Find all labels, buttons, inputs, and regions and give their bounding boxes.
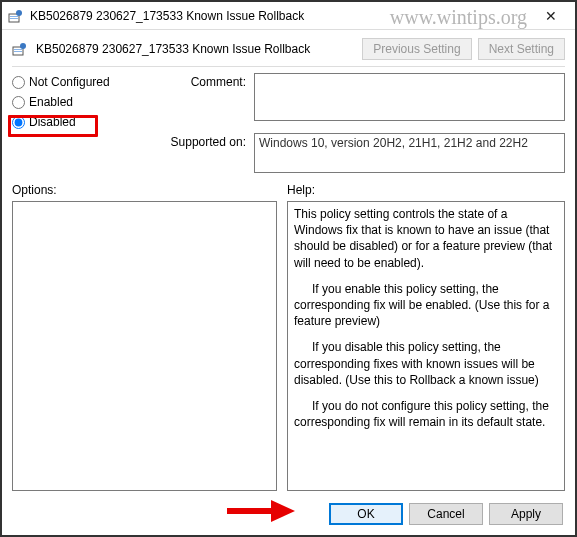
svg-rect-5 <box>14 49 22 50</box>
header-row: KB5026879 230627_173533 Known Issue Roll… <box>2 30 575 66</box>
help-paragraph: If you disable this policy setting, the … <box>294 339 558 388</box>
svg-point-7 <box>20 43 26 49</box>
apply-button[interactable]: Apply <box>489 503 563 525</box>
supported-on-box: Windows 10, version 20H2, 21H1, 21H2 and… <box>254 133 565 173</box>
help-paragraph: This policy setting controls the state o… <box>294 206 558 271</box>
supported-on-text: Windows 10, version 20H2, 21H1, 21H2 and… <box>259 136 528 150</box>
next-setting-button[interactable]: Next Setting <box>478 38 565 60</box>
help-paragraph: If you do not configure this policy sett… <box>294 398 558 430</box>
previous-setting-button[interactable]: Previous Setting <box>362 38 471 60</box>
policy-icon <box>8 8 24 24</box>
comment-input[interactable] <box>254 73 565 121</box>
close-button[interactable]: ✕ <box>531 2 571 30</box>
svg-rect-1 <box>10 16 18 17</box>
help-panel: This policy setting controls the state o… <box>287 201 565 491</box>
ok-button[interactable]: OK <box>329 503 403 525</box>
radio-not-configured[interactable]: Not Configured <box>12 75 162 89</box>
svg-point-3 <box>16 10 22 16</box>
svg-rect-2 <box>10 18 18 19</box>
window-title: KB5026879 230627_173533 Known Issue Roll… <box>30 9 531 23</box>
titlebar: KB5026879 230627_173533 Known Issue Roll… <box>2 2 575 30</box>
radio-enabled-label: Enabled <box>29 95 73 109</box>
radio-enabled-input[interactable] <box>12 96 25 109</box>
radio-enabled[interactable]: Enabled <box>12 95 162 109</box>
radio-disabled[interactable]: Disabled <box>12 115 162 129</box>
comment-label: Comment: <box>170 73 246 129</box>
options-panel <box>12 201 277 491</box>
dialog-buttons: OK Cancel Apply <box>14 503 563 525</box>
state-radios: Not Configured Enabled Disabled <box>12 73 162 129</box>
cancel-button[interactable]: Cancel <box>409 503 483 525</box>
options-label: Options: <box>12 183 277 197</box>
help-label: Help: <box>287 183 315 197</box>
svg-rect-6 <box>14 51 22 52</box>
radio-disabled-input[interactable] <box>12 116 25 129</box>
radio-not-configured-label: Not Configured <box>29 75 110 89</box>
supported-label: Supported on: <box>170 133 246 149</box>
policy-title: KB5026879 230627_173533 Known Issue Roll… <box>36 42 354 56</box>
radio-disabled-label: Disabled <box>29 115 76 129</box>
help-paragraph: If you enable this policy setting, the c… <box>294 281 558 330</box>
radio-not-configured-input[interactable] <box>12 76 25 89</box>
policy-icon <box>12 41 28 57</box>
